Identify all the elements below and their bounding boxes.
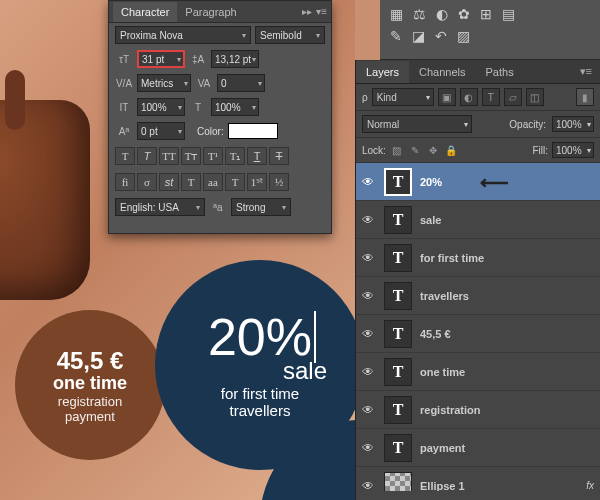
- type-layer-thumb[interactable]: T: [384, 282, 412, 310]
- tab-layers[interactable]: Layers: [356, 61, 409, 83]
- layer-name[interactable]: 20%: [420, 176, 442, 188]
- libraries-icon[interactable]: ⚖: [413, 6, 426, 22]
- visibility-toggle[interactable]: 👁: [362, 365, 376, 379]
- layer-row[interactable]: 👁Ttravellers: [356, 277, 600, 315]
- type-layer-thumb[interactable]: T: [384, 320, 412, 348]
- color-icon[interactable]: ⊞: [480, 6, 492, 22]
- filter-type-icon[interactable]: T: [482, 88, 500, 106]
- contextual-button[interactable]: σ: [137, 173, 157, 191]
- brush-icon[interactable]: ✎: [390, 28, 402, 44]
- visibility-toggle[interactable]: 👁: [362, 441, 376, 455]
- pattern-icon[interactable]: ▨: [457, 28, 470, 44]
- layer-row[interactable]: 👁Tregistration: [356, 391, 600, 429]
- layers-panel-menu-icon[interactable]: ▾≡: [572, 65, 600, 78]
- type-layer-thumb[interactable]: T: [384, 206, 412, 234]
- layer-name[interactable]: registration: [420, 404, 481, 416]
- sale-circle[interactable]: 20% sale for first time travellers: [155, 260, 365, 470]
- hscale-input[interactable]: 100%: [211, 98, 259, 116]
- superscript-button[interactable]: T¹: [203, 147, 223, 165]
- character-panel[interactable]: Character Paragraph ▸▸ ▾≡ Proxima Nova S…: [108, 0, 332, 234]
- bold-button[interactable]: T: [115, 147, 135, 165]
- tab-paragraph[interactable]: Paragraph: [177, 2, 244, 22]
- layer-list[interactable]: 👁T20%⟵👁Tsale👁Tfor first time👁Ttravellers…: [356, 163, 600, 491]
- font-weight-dropdown[interactable]: Semibold: [255, 26, 325, 44]
- layer-row[interactable]: 👁Tpayment: [356, 429, 600, 467]
- visibility-toggle[interactable]: 👁: [362, 213, 376, 227]
- clone-icon[interactable]: ◪: [412, 28, 425, 44]
- ligatures-button[interactable]: fi: [115, 173, 135, 191]
- type-layer-thumb[interactable]: T: [384, 358, 412, 386]
- font-family-dropdown[interactable]: Proxima Nova: [115, 26, 251, 44]
- info-icon[interactable]: ▤: [502, 6, 515, 22]
- history-icon[interactable]: ↶: [435, 28, 447, 44]
- type-layer-thumb[interactable]: T: [384, 396, 412, 424]
- subscript-button[interactable]: T₁: [225, 147, 245, 165]
- filter-adjust-icon[interactable]: ◐: [460, 88, 478, 106]
- opacity-input[interactable]: 100%: [552, 116, 594, 132]
- tab-character[interactable]: Character: [113, 2, 177, 22]
- color-swatch[interactable]: [228, 123, 278, 139]
- lock-transparency-icon[interactable]: ▨: [390, 143, 404, 157]
- layer-name[interactable]: payment: [420, 442, 465, 454]
- ordinal-button[interactable]: 1ˢᵗ: [247, 173, 267, 191]
- layer-name[interactable]: 45,5 €: [420, 328, 451, 340]
- kerning-input[interactable]: Metrics: [137, 74, 191, 92]
- lock-all-icon[interactable]: 🔒: [444, 143, 458, 157]
- layer-row[interactable]: 👁Tone time: [356, 353, 600, 391]
- layer-name[interactable]: sale: [420, 214, 441, 226]
- antialias-dropdown[interactable]: Strong: [231, 198, 291, 216]
- stylistic-button[interactable]: aa: [203, 173, 223, 191]
- type-layer-thumb[interactable]: T: [384, 434, 412, 462]
- layer-name[interactable]: one time: [420, 366, 465, 378]
- layers-panel[interactable]: Layers Channels Paths ▾≡ ρ Kind ▣ ◐ T ▱ …: [355, 60, 600, 500]
- leading-input[interactable]: 13,12 pt: [211, 50, 259, 68]
- type-layer-thumb[interactable]: T: [384, 168, 412, 196]
- tab-paths[interactable]: Paths: [476, 61, 524, 83]
- adjust-icon[interactable]: ◐: [436, 6, 448, 22]
- visibility-toggle[interactable]: 👁: [362, 175, 376, 189]
- underline-button[interactable]: T: [247, 147, 267, 165]
- filter-kind-dropdown[interactable]: Kind: [372, 88, 434, 106]
- panel-menu-icon[interactable]: ▾≡: [316, 6, 327, 17]
- panel-collapse-icon[interactable]: ▸▸: [302, 6, 312, 17]
- filter-toggle[interactable]: ▮: [576, 88, 594, 106]
- filter-pixel-icon[interactable]: ▣: [438, 88, 456, 106]
- layer-row[interactable]: 👁Ellipse 1fx: [356, 467, 600, 491]
- swash-button[interactable]: st: [159, 173, 179, 191]
- shape-layer-thumb[interactable]: [384, 472, 412, 492]
- layer-row[interactable]: 👁T20%⟵: [356, 163, 600, 201]
- titling-button[interactable]: T: [181, 173, 201, 191]
- font-size-input[interactable]: 31 pt: [137, 50, 185, 68]
- baseline-input[interactable]: 0 pt: [137, 122, 185, 140]
- vscale-input[interactable]: 100%: [137, 98, 185, 116]
- visibility-toggle[interactable]: 👁: [362, 251, 376, 265]
- visibility-toggle[interactable]: 👁: [362, 327, 376, 341]
- layer-row[interactable]: 👁T45,5 €: [356, 315, 600, 353]
- filter-smart-icon[interactable]: ◫: [526, 88, 544, 106]
- smallcaps-button[interactable]: Tᴛ: [181, 147, 201, 165]
- lock-position-icon[interactable]: ✥: [426, 143, 440, 157]
- layer-name[interactable]: for first time: [420, 252, 484, 264]
- layer-name[interactable]: travellers: [420, 290, 469, 302]
- lock-pixels-icon[interactable]: ✎: [408, 143, 422, 157]
- tab-channels[interactable]: Channels: [409, 61, 475, 83]
- fill-input[interactable]: 100%: [552, 142, 594, 158]
- language-dropdown[interactable]: English: USA: [115, 198, 205, 216]
- shape-icon[interactable]: ✿: [458, 6, 470, 22]
- swatches-icon[interactable]: ▦: [390, 6, 403, 22]
- tracking-input[interactable]: 0: [217, 74, 265, 92]
- layer-row[interactable]: 👁Tfor first time: [356, 239, 600, 277]
- italic-button[interactable]: T: [137, 147, 157, 165]
- visibility-toggle[interactable]: 👁: [362, 289, 376, 303]
- type-layer-thumb[interactable]: T: [384, 244, 412, 272]
- blend-mode-dropdown[interactable]: Normal: [362, 115, 472, 133]
- fx-badge[interactable]: fx: [586, 480, 594, 491]
- fractions-button[interactable]: ½: [269, 173, 289, 191]
- visibility-toggle[interactable]: 👁: [362, 403, 376, 417]
- strike-button[interactable]: T: [269, 147, 289, 165]
- ordinals-button[interactable]: T: [225, 173, 245, 191]
- allcaps-button[interactable]: TT: [159, 147, 179, 165]
- layer-name[interactable]: Ellipse 1: [420, 480, 465, 492]
- price-circle[interactable]: 45,5 € one time registration payment: [15, 310, 165, 460]
- filter-shape-icon[interactable]: ▱: [504, 88, 522, 106]
